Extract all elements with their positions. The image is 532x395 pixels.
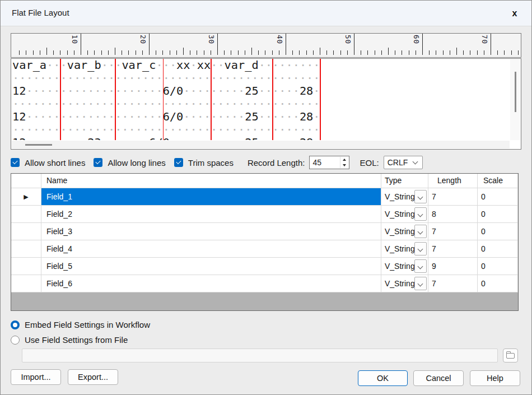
ruler-tick (115, 48, 115, 55)
row-selector-cell[interactable]: ▶ (11, 188, 41, 206)
preview-vertical-scrollbar[interactable] (510, 59, 520, 140)
ruler-tick (231, 50, 231, 55)
field-type-cell[interactable]: V_String (381, 223, 428, 240)
embed-settings-option[interactable]: Embed Field Settings in Workflow (11, 320, 150, 329)
import-button[interactable]: Import... (11, 369, 61, 385)
field-type-dropdown-button[interactable] (414, 277, 427, 290)
table-row[interactable]: Field_2V_String80 (11, 206, 518, 223)
field-name-cell[interactable]: Field_2 (41, 206, 381, 223)
column-header-length[interactable]: Length (428, 174, 478, 188)
field-boundary-line[interactable] (115, 59, 116, 140)
field-length-cell[interactable]: 9 (428, 258, 478, 275)
ruler-tick (197, 50, 197, 55)
ruler-tick (450, 50, 450, 55)
field-boundary-line[interactable] (320, 59, 321, 140)
field-type-dropdown-button[interactable] (414, 207, 427, 221)
browse-file-button[interactable] (503, 348, 518, 363)
field-name-cell[interactable]: Field_5 (41, 258, 381, 275)
field-length-cell[interactable]: 7 (428, 275, 478, 292)
field-scale-cell[interactable]: 0 (478, 275, 518, 292)
field-table: NameTypeLengthScale▶Field_1V_String70Fie… (11, 173, 519, 311)
field-type-cell[interactable]: V_String (381, 240, 428, 258)
allow-long-lines-option[interactable]: Allow long lines (94, 158, 165, 168)
record-length-spin-down-icon[interactable] (340, 162, 348, 168)
ruler-tick (272, 50, 273, 55)
field-boundary-line[interactable] (211, 59, 212, 140)
ruler-tick (245, 50, 245, 55)
table-row[interactable]: Field_5V_String90 (11, 258, 518, 275)
allow-long-lines-checkbox[interactable] (94, 158, 102, 167)
file-preview-text[interactable]: var_a···var_b···var_c···xx·xx··var_d····… (11, 59, 510, 140)
field-name-cell[interactable]: Field_1 (41, 188, 381, 206)
table-row[interactable]: Field_4V_String70 (11, 240, 518, 258)
field-boundary-line[interactable] (272, 59, 273, 140)
field-type-dropdown-button[interactable] (414, 190, 427, 203)
trim-spaces-option[interactable]: Trim spaces (174, 158, 234, 168)
field-type-cell[interactable]: V_String (381, 275, 428, 292)
ruler-tick (176, 50, 177, 55)
field-name-cell[interactable]: Field_6 (41, 275, 381, 292)
allow-short-lines-option[interactable]: Allow short lines (11, 158, 85, 168)
table-row[interactable]: Field_6V_String70 (11, 275, 518, 292)
preview-horizontal-scrollbar[interactable] (12, 141, 510, 148)
preview-horizontal-scrollbar-thumb[interactable] (25, 144, 52, 146)
trim-spaces-checkbox[interactable] (174, 158, 183, 167)
cancel-button[interactable]: Cancel (413, 370, 464, 386)
settings-file-path-input[interactable] (22, 348, 498, 363)
ruler-tick (265, 50, 265, 55)
table-row[interactable]: ▶Field_1V_String70 (11, 188, 518, 206)
ruler-tick (190, 50, 190, 55)
field-scale-cell[interactable]: 0 (478, 258, 518, 275)
ok-button[interactable]: OK (358, 370, 408, 386)
row-selector-cell[interactable] (11, 258, 41, 275)
field-length-cell[interactable]: 7 (428, 240, 478, 258)
field-length-cell[interactable]: 7 (428, 223, 478, 240)
column-header-scale[interactable]: Scale (478, 174, 518, 188)
help-button[interactable]: Help (470, 370, 520, 386)
row-selector-cell[interactable] (11, 240, 41, 258)
ruler-tick (128, 50, 129, 55)
field-boundary-line[interactable] (163, 59, 164, 140)
allow-long-lines-label: Allow long lines (108, 158, 165, 168)
column-header-name[interactable]: Name (41, 174, 381, 188)
export-button[interactable]: Export... (68, 369, 118, 385)
chevron-down-icon (418, 247, 423, 252)
row-selector-cell[interactable] (11, 223, 41, 240)
field-length-cell[interactable]: 8 (428, 206, 478, 223)
field-type-cell[interactable]: V_String (381, 206, 428, 223)
field-scale-cell[interactable]: 0 (478, 223, 518, 240)
allow-short-lines-checkbox[interactable] (11, 158, 20, 167)
use-file-settings-radio[interactable] (11, 336, 20, 345)
row-selector-cell[interactable] (11, 275, 41, 292)
ruler-tick (81, 34, 81, 55)
field-length-cell[interactable]: 7 (428, 188, 478, 206)
ruler-tick (395, 50, 395, 55)
field-type-dropdown-button[interactable] (414, 225, 427, 238)
field-type-dropdown-button[interactable] (414, 259, 427, 273)
use-file-settings-option[interactable]: Use Field Settings from File (11, 335, 128, 345)
preview-vertical-scrollbar-thumb[interactable] (515, 72, 516, 112)
ruler-tick (286, 34, 286, 55)
column-header-type[interactable]: Type (381, 174, 428, 188)
field-scale-cell[interactable]: 0 (478, 240, 518, 258)
record-length-spinner (340, 157, 348, 168)
field-name-cell[interactable]: Field_3 (41, 223, 381, 240)
field-boundary-line[interactable] (60, 59, 61, 140)
table-row[interactable]: Field_3V_String70 (11, 223, 518, 240)
eol-select[interactable]: CRLF (384, 156, 423, 169)
ruler-tick (258, 50, 259, 55)
field-scale-cell[interactable]: 0 (478, 206, 518, 223)
record-length-input[interactable]: 45 (309, 156, 349, 169)
chevron-down-icon (418, 264, 423, 269)
record-length-spin-up-icon[interactable] (340, 157, 348, 162)
field-type-dropdown-button[interactable] (414, 242, 427, 255)
field-type-cell[interactable]: V_String (381, 188, 428, 206)
field-name-cell[interactable]: Field_4 (41, 240, 381, 258)
ruler-tick (292, 50, 293, 55)
row-selector-cell[interactable] (11, 206, 41, 223)
field-type-cell[interactable]: V_String (381, 258, 428, 275)
close-icon[interactable]: x (508, 7, 521, 20)
field-scale-cell[interactable]: 0 (478, 188, 518, 206)
ruler-tick (67, 50, 68, 55)
embed-settings-radio[interactable] (11, 320, 20, 329)
